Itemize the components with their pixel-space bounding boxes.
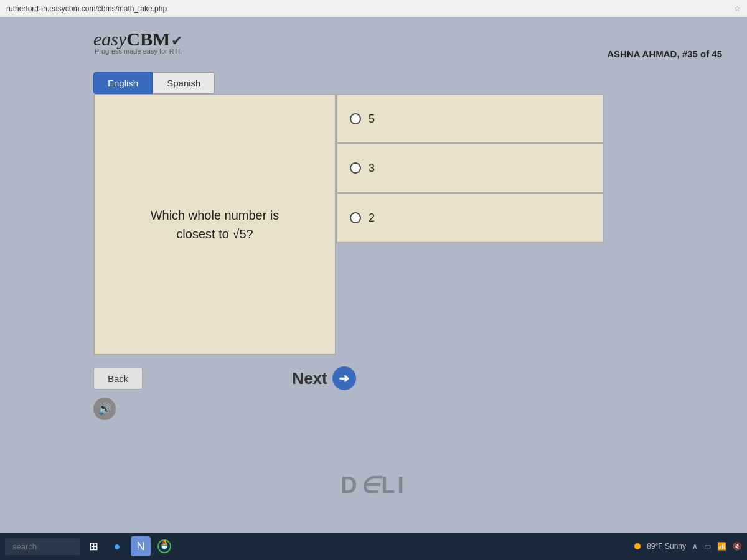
taskbar-icon-edge[interactable]: ●	[107, 536, 127, 556]
dell-logo: D∈LI	[341, 472, 406, 498]
next-label: Next	[292, 369, 327, 388]
question-line2: closest to √5?	[176, 227, 253, 241]
taskbar-screen-icon: ▭	[704, 542, 711, 551]
answer-label-2: 2	[369, 212, 375, 225]
taskbar-icon-chrome[interactable]	[154, 536, 174, 556]
question-text: Which whole number is closest to √5?	[151, 206, 280, 243]
answer-label-3: 3	[369, 162, 375, 175]
language-tabs: English Spanish	[93, 72, 747, 94]
logo-cbm-text: CBM	[126, 29, 170, 50]
sound-icon: 🔊	[98, 402, 111, 416]
browser-bar: rutherford-tn.easycbm.com/cbms/math_take…	[0, 0, 747, 17]
answers-panel: 5 3 2	[336, 94, 604, 243]
taskbar: ⊞ ● N 89°F Sunny ∧ ▭ 📶 🔇	[0, 533, 747, 560]
back-button[interactable]: Back	[93, 368, 143, 390]
answer-option-5[interactable]: 5	[336, 94, 604, 144]
next-arrow-icon: ➜	[332, 366, 356, 390]
taskbar-icon-desktop[interactable]: ⊞	[83, 536, 103, 556]
question-panel: Which whole number is closest to √5?	[93, 94, 336, 355]
taskbar-search-input[interactable]	[5, 538, 80, 555]
question-container: Which whole number is closest to √5? 5 3…	[93, 94, 747, 355]
answer-option-2[interactable]: 2	[336, 194, 604, 243]
taskbar-weather: 89°F Sunny	[647, 542, 686, 551]
taskbar-volume-icon: 🔇	[733, 542, 742, 551]
url-bar: rutherford-tn.easycbm.com/cbms/math_take…	[6, 4, 167, 13]
dell-text: D∈LI	[341, 472, 406, 498]
taskbar-network-icon: 📶	[717, 542, 726, 551]
tab-english[interactable]: English	[93, 72, 153, 94]
radio-3[interactable]	[350, 162, 361, 174]
user-info: ASHNA AHMAD, #35 of 45	[607, 49, 722, 59]
next-button[interactable]: Next ➜	[292, 366, 355, 390]
star-icon: ☆	[734, 4, 741, 13]
answer-label-5: 5	[369, 113, 375, 126]
tab-spanish[interactable]: Spanish	[153, 72, 215, 94]
taskbar-icon-notepad[interactable]: N	[131, 536, 151, 556]
answer-option-3[interactable]: 3	[336, 144, 604, 194]
taskbar-dot	[634, 543, 641, 549]
question-line1: Which whole number is	[151, 208, 280, 222]
taskbar-right: 89°F Sunny ∧ ▭ 📶 🔇	[634, 542, 742, 551]
radio-5[interactable]	[350, 113, 361, 124]
bottom-area: Back Next ➜ 🔊	[93, 366, 747, 390]
logo-easy-text: easy	[93, 29, 126, 50]
radio-2[interactable]	[350, 212, 361, 223]
logo-name-row: easyCBM✔	[93, 29, 747, 50]
taskbar-chevron-icon: ∧	[692, 542, 698, 551]
sound-button[interactable]: 🔊	[93, 398, 116, 420]
main-area: easyCBM✔ Progress made easy for RTI. ASH…	[0, 17, 747, 533]
